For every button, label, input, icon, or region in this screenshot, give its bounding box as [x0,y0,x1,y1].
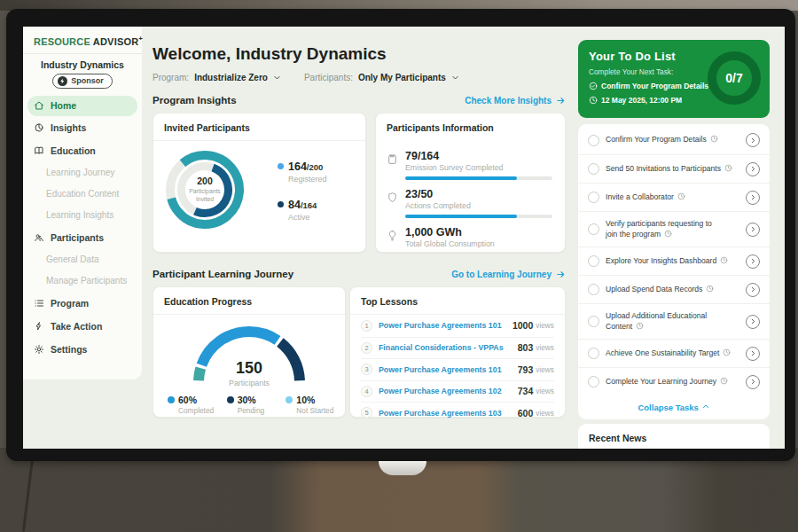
task-row[interactable]: Complete Your Learning Journey [578,367,770,395]
rank-badge: 4 [361,386,372,397]
legend-dot [168,396,175,403]
collapse-tasks-label: Collapse Tasks [638,403,698,412]
lesson-row[interactable]: 4 Power Purchase Agreements 102 734views [361,380,554,403]
task-checkbox[interactable] [588,255,599,267]
task-checkbox[interactable] [588,163,599,175]
sidebar-item-participants[interactable]: Participants [23,226,142,249]
insights-cards-row: Invited Participants 200 Participants In… [153,113,566,253]
chevron-right-icon[interactable] [746,254,760,269]
legend-dot [278,163,284,169]
lesson-views-count: 600 [518,408,534,419]
settings-icon [34,344,44,355]
task-row[interactable]: Invite a Collaborator [578,183,770,211]
lesson-views-suffix: views [536,409,554,418]
sidebar-item-program[interactable]: Program [23,292,142,315]
chevron-right-icon[interactable] [746,347,760,361]
donut-center-caption: Participants Invited [184,188,225,204]
sidebar-item-learning-journey[interactable]: Learning Journey [23,162,142,184]
education-progress-card: Education Progress 150 Participants 60% [153,286,346,418]
task-label: Verify participants requesting to join t… [606,219,716,239]
lesson-title-link[interactable]: Power Purchase Agreements 101 [379,321,512,330]
lesson-views-suffix: views [536,343,554,352]
lesson-views-count: 1000 [512,320,533,331]
task-checkbox[interactable] [588,316,599,327]
lesson-row[interactable]: 3 Power Purchase Agreements 101 793views [361,358,554,380]
lesson-row[interactable]: 5 Power Purchase Agreements 103 600views [361,402,554,424]
task-checkbox[interactable] [588,135,599,146]
legend-item-not-started: 10% Not Started [286,395,345,415]
task-row[interactable]: Verify participants requesting to join t… [578,211,770,246]
lesson-title-link[interactable]: Power Purchase Agreements 101 [379,365,518,374]
chevron-down-icon [451,74,459,82]
task-checkbox[interactable] [588,376,599,387]
rank-badge: 5 [361,407,372,419]
clipboard-icon [387,150,405,180]
sidebar-item-manage-participants[interactable]: Manage Participants [23,270,142,292]
participants-filter[interactable]: Participants: Only My Participants [304,73,459,82]
chevron-right-icon[interactable] [746,162,760,176]
sidebar-item-label: Education [51,145,96,156]
sidebar-item-home[interactable]: Home [27,96,137,116]
participants-stats: 79/164 Emission Survey Completed 23/50 A… [376,140,565,248]
sidebar-item-label: Participants [51,232,104,243]
chevron-right-icon[interactable] [746,191,760,205]
sidebar-item-education[interactable]: Education [23,139,142,162]
task-row[interactable]: Upload Spend Data Records [578,275,770,303]
chevron-right-icon[interactable] [746,133,760,147]
lesson-title-link[interactable]: Power Purchase Agreements 103 [379,409,518,418]
program-filter-label: Program: [153,73,189,82]
sidebar-item-general-data[interactable]: General Data [23,249,142,270]
task-row[interactable]: Send 50 Invitations to Participants [578,154,770,183]
legend-dot [227,396,234,403]
chevron-right-icon[interactable] [746,375,760,389]
stat-value: 79/164 [405,150,552,162]
gauge-chart: 150 Participants [186,322,312,387]
sidebar-item-settings[interactable]: Settings [23,338,142,361]
sponsor-badge-label: Sponsor [71,76,104,85]
collapse-tasks-link[interactable]: Collapse Tasks [578,395,770,418]
shield-icon [387,188,405,218]
sidebar-item-label: Learning Insights [46,210,113,220]
recent-news-card: Recent News [578,424,770,449]
task-row[interactable]: Confirm Your Program Details [578,126,770,154]
clock-icon [710,135,718,143]
chevron-right-icon[interactable] [746,283,760,297]
task-checkbox[interactable] [588,284,599,295]
lesson-title-link[interactable]: Power Purchase Agreements 102 [379,387,518,395]
task-row[interactable]: Explore Your Insights Dashboard [578,246,770,275]
take-action-icon [34,321,44,332]
task-row[interactable]: Achieve One Sustainability Target [578,339,770,367]
clock-icon [723,348,731,356]
sidebar-item-take-action[interactable]: Take Action [23,315,142,338]
sponsor-badge[interactable]: Sponsor [52,74,113,89]
sidebar-item-learning-insights[interactable]: Learning Insights [23,205,142,226]
lesson-views-count: 793 [518,364,534,375]
chevron-right-icon[interactable] [746,315,760,329]
lesson-title-link[interactable]: Financial Considerations - VPPAs [379,343,518,352]
lesson-row[interactable]: 2 Financial Considerations - VPPAs 803vi… [361,337,554,359]
sidebar-item-insights[interactable]: Insights [23,116,142,139]
program-filter[interactable]: Program: Industrialize Zero [153,73,281,82]
legend-label: Registered [288,175,327,184]
todo-progress-ring: 0/7 [708,51,761,105]
participants-filter-label: Participants: [304,73,353,82]
education-icon [34,145,44,156]
lesson-row[interactable]: 1 Power Purchase Agreements 101 1000view… [361,315,554,337]
task-checkbox[interactable] [588,348,599,359]
chevron-right-icon[interactable] [746,223,760,237]
check-more-insights-link[interactable]: Check More Insights [465,96,566,106]
invited-chart: 200 Participants Invited 164/200 Registe… [153,141,365,231]
task-checkbox[interactable] [588,223,599,235]
task-checkbox[interactable] [588,192,599,203]
task-label: Send 50 Invitations to Participants [606,164,739,175]
participants-filter-value: Only My Participants [358,73,446,82]
top-lessons-card: Top Lessons 1 Power Purchase Agreements … [349,286,566,418]
go-to-learning-journey-link[interactable]: Go to Learning Journey [451,270,566,279]
task-row[interactable]: Upload Additional Educational Content [578,303,770,339]
todo-task-list: Confirm Your Program Details Send 50 Inv… [578,124,770,419]
legend-number: 84/164 [288,196,317,212]
chevron-up-icon [701,403,710,411]
sidebar-item-education-content[interactable]: Education Content [23,184,142,205]
rank-badge: 1 [361,320,372,332]
stat-value: 23/50 [405,188,552,200]
